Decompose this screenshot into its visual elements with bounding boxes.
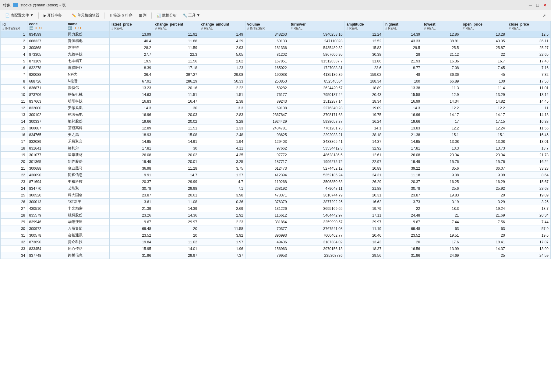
col-header-highest[interactable]: highest # REAL — [383, 21, 422, 31]
table-row[interactable]: 20301365矩阵股份19.4920.013.251877171996275.… — [1, 158, 551, 165]
table-row[interactable]: 30300972万辰集团69.482011.58703773767541.081… — [1, 225, 551, 232]
table-row[interactable]: 7920088N科力36.4397.2729.081900384135186.3… — [1, 71, 551, 78]
minimize-button[interactable]: ─ — [527, 2, 534, 9]
table-cell: 20 — [383, 239, 422, 245]
expand-button[interactable]: ⤢ — [540, 12, 548, 19]
table-row[interactable]: 19301077星华新材26.0820.024.359777248628186.… — [1, 152, 551, 158]
table-row[interactable]: 12832000安徽凤凰14.3303.3691082276340.2819.0… — [1, 105, 551, 111]
table-row[interactable]: 26300013*ST新宁3.6111.080.363763793877292.… — [1, 199, 551, 205]
table-row[interactable]: 2688337普源精电40.411.884.296013324711082812… — [1, 38, 551, 44]
table-cell: 14.34 — [422, 98, 461, 105]
col-label-volume: volume — [247, 22, 287, 26]
col-label-code: code — [29, 22, 64, 26]
table-cell: 1.97 — [199, 239, 245, 245]
table-row[interactable]: 33833454同心传动15.9514.011.961569633970156.… — [1, 245, 551, 252]
table-row[interactable]: 21300688创业黑马36.9811.283.756124735274452.… — [1, 165, 551, 172]
table-row[interactable]: 1834599同力股份13.9911.921.493482635940258.1… — [1, 31, 551, 38]
table-cell: 1512287.14 — [289, 98, 344, 105]
table-row[interactable]: 10873706铁拓机械14.6311.511.51761777950187.4… — [1, 91, 551, 98]
table-cell: 131226 — [245, 205, 289, 212]
table-cell: 873690 — [27, 239, 66, 245]
col-header-change-percent[interactable]: change_percent # REAL — [153, 21, 199, 31]
col-header-amplitude[interactable]: amplitude # REAL — [344, 21, 383, 31]
table-row[interactable]: 27430510丰光精密21.3914.392.691312263695169.… — [1, 205, 551, 212]
table-row[interactable]: 9836871派特尔13.2320.162.22582822624420.671… — [1, 85, 551, 91]
table-cell: 43.33 — [383, 38, 422, 44]
table-cell: 89243 — [245, 98, 289, 105]
tools-button[interactable]: 🔧 工具 ▼ — [180, 12, 203, 19]
table-row[interactable]: 8688726N拉普67.91286.2950.3325085385254853… — [1, 78, 551, 85]
config-file-button[interactable]: 📄 表配置文件 ▼ — [3, 12, 36, 19]
table-row[interactable]: 31300578会畅通讯23.52203.923969937606462.772… — [1, 232, 551, 239]
table-row[interactable]: 25300520科大国创23.8720.013.984783713610744.… — [1, 192, 551, 199]
table-cell: 9.09 — [461, 172, 507, 178]
table-cell: 181336 — [245, 44, 289, 51]
table-row[interactable]: 23871694中裕科技20.3729.994.71192683506850.6… — [1, 178, 551, 185]
table-cell: 安徽凤凰 — [66, 105, 109, 111]
col-label-amplitude: amplitude — [347, 22, 381, 26]
table-cell: 30.38 — [344, 51, 383, 58]
config-file-icon: 📄 — [5, 13, 10, 18]
table-cell: 58282 — [245, 85, 289, 91]
table-row[interactable]: 18831641格利尔17.81304.119766253534412.832.… — [1, 145, 551, 152]
header-row-labels: id # INTEGER code 🔤 TEXT name 🔤 TEXT lat… — [1, 21, 551, 31]
columns-icon: ▦ — [139, 13, 142, 18]
table-row[interactable]: 28835579机科股份23.2614.362.921166125464442.… — [1, 212, 551, 219]
col-header-id[interactable]: id # INTEGER — [1, 21, 27, 31]
col-header-lowest[interactable]: lowest # REAL — [422, 21, 461, 31]
table-cell: 14.3 — [383, 105, 422, 111]
table-cell: 13.3 — [422, 145, 461, 152]
table-cell: 22 — [383, 205, 422, 212]
table-row[interactable]: 6832278鹿得医疗8.3917.181.231650221727088.81… — [1, 65, 551, 71]
table-cell: 430090 — [27, 172, 66, 178]
maximize-button[interactable]: □ — [534, 2, 541, 9]
filter-sort-button[interactable]: ⬇ 筛选 & 排序 — [107, 12, 135, 19]
table-row[interactable]: 32873690捷众科技19.8411.021.97494363187384.0… — [1, 239, 551, 245]
table-cell: 同辉信息 — [66, 172, 109, 178]
table-cell: 30 — [153, 145, 199, 152]
table-row[interactable]: 15300087荃银高科12.8911.511.3324347817761281… — [1, 125, 551, 132]
table-cell: 七丰精工 — [66, 58, 109, 65]
col-header-change-amount[interactable]: change_amount # REAL — [199, 21, 245, 31]
table-container[interactable]: id # INTEGER code 🔤 TEXT name 🔤 TEXT lat… — [0, 21, 551, 392]
col-header-name[interactable]: name 🔤 TEXT — [66, 21, 109, 31]
columns-button[interactable]: ▦ 列 — [136, 12, 149, 19]
table-cell: 50.33 — [199, 78, 245, 85]
table-cell: 11.08 — [153, 199, 199, 205]
close-button[interactable]: ✕ — [542, 2, 548, 9]
table-row[interactable]: 4873305九菱科技27.722.35.05812025867606.9530… — [1, 51, 551, 58]
toolbar-sep-1 — [38, 12, 39, 19]
table-row[interactable]: 11837663明阳科技16.8316.472.38892431512287.1… — [1, 98, 551, 105]
table-row[interactable]: 34837748路桥信息31.9629.977.3779953235303736… — [1, 252, 551, 259]
table-cell: 348263 — [245, 31, 289, 38]
table-cell: N科力 — [66, 71, 109, 78]
table-row[interactable]: 13300102乾照光电16.9620.032.8323678473708171… — [1, 111, 551, 118]
begin-tx-button[interactable]: ▶ 开始事务 — [41, 12, 64, 19]
col-header-open-price[interactable]: open_price # REAL — [461, 21, 507, 31]
table-row[interactable]: 14300337银邦股份19.6620.023.2819244295938058… — [1, 118, 551, 125]
table-row[interactable]: 16834765美之高18.9315.082.48986252292033.21… — [1, 132, 551, 138]
table-row[interactable]: 3300868杰美特28.211.592.931813365435489.321… — [1, 44, 551, 51]
toolbar-sep-4 — [151, 12, 152, 19]
table-row[interactable]: 29839946华阳变速9.6729.972.233818643259990.5… — [1, 219, 551, 225]
table-cell: 22.97 — [344, 158, 383, 165]
table-row[interactable]: 17832089禾昌聚合14.9514.911.941294033483865.… — [1, 138, 551, 145]
table-row[interactable]: 22430090同辉信息9.9114.71.274123945352186.24… — [1, 172, 551, 178]
table-cell: 18.93 — [109, 132, 153, 138]
table-cell: 美之高 — [66, 132, 109, 138]
table-cell: 12.5 — [507, 31, 550, 38]
col-header-close-price[interactable]: close_price # REAL — [507, 21, 550, 31]
table-cell: 40.05 — [461, 38, 507, 44]
cell-editor-button[interactable]: ✏️ 单元格编辑器 — [69, 12, 102, 19]
table-cell: 60133 — [245, 38, 289, 44]
col-header-latest-price[interactable]: latest_price # REAL — [109, 21, 153, 31]
table-cell: 871694 — [27, 178, 66, 185]
data-analysis-button[interactable]: 📊 数据分析 — [154, 12, 179, 19]
col-header-volume[interactable]: volume # INTEGER — [245, 21, 289, 31]
col-header-code[interactable]: code 🔤 TEXT — [27, 21, 66, 31]
col-header-turnover[interactable]: turnover # REAL — [289, 21, 344, 31]
table-row[interactable]: 5873169七丰精工19.511.562.02167851315128337.… — [1, 58, 551, 65]
table-row[interactable]: 24834770艾能聚30.7829.987.1268192479048.112… — [1, 185, 551, 192]
table-cell: 19 — [1, 152, 27, 158]
table-cell: 13 — [1, 111, 27, 118]
